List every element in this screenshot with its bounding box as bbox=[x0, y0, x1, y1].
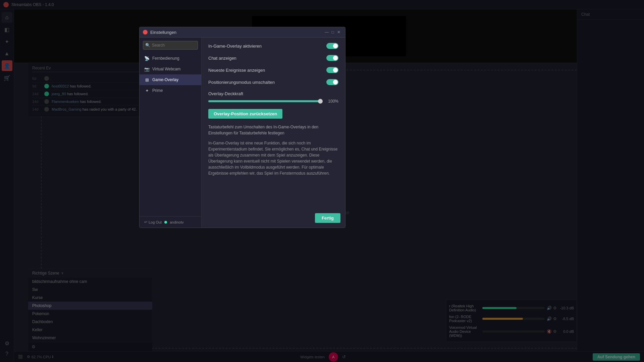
opacity-section: Overlay-Deckkraft 100% bbox=[208, 91, 338, 104]
toggle-label-1: Chat anzeigen bbox=[208, 56, 236, 61]
logout-label: Log Out bbox=[149, 220, 162, 224]
opacity-slider-value: 100% bbox=[325, 99, 338, 104]
fernbedienung-icon: 📡 bbox=[144, 56, 150, 61]
opacity-slider-track[interactable] bbox=[208, 100, 322, 102]
modal-overlay: Einstellungen — □ ✕ 🔍 📡 Fernbedienung bbox=[0, 0, 644, 362]
toggle-row-1: Chat anzeigen bbox=[208, 55, 338, 61]
toggle-recent-events[interactable] bbox=[326, 67, 338, 73]
settings-nav-prime[interactable]: ✦ Prime bbox=[140, 85, 201, 96]
settings-content: In-Game-Overlay aktivieren Chat anzeigen… bbox=[202, 38, 345, 228]
settings-modal: Einstellungen — □ ✕ 🔍 📡 Fernbedienung bbox=[139, 27, 345, 228]
prime-label: Prime bbox=[152, 88, 163, 93]
settings-description-text: In-Game-Overlay ist eine neue Funktion, … bbox=[208, 140, 338, 176]
username-label: andinotv bbox=[170, 220, 184, 224]
modal-minimize-button[interactable]: — bbox=[324, 29, 330, 35]
modal-body: 🔍 📡 Fernbedienung 📷 Virtual Webcam ⊞ Gam… bbox=[140, 38, 345, 228]
done-button[interactable]: Fertig bbox=[315, 213, 340, 223]
modal-close-button[interactable]: ✕ bbox=[336, 29, 342, 35]
modal-titlebar: Einstellungen — □ ✕ bbox=[140, 27, 345, 38]
toggle-row-3: Positionierungsmodus umschalten bbox=[208, 79, 338, 85]
gameoverlay-icon: ⊞ bbox=[144, 77, 150, 82]
opacity-slider-container: 100% bbox=[208, 99, 338, 104]
toggle-ingame-overlay[interactable] bbox=[326, 43, 338, 49]
settings-nav-gameoverlay[interactable]: ⊞ Game-Overlay bbox=[140, 74, 201, 85]
toggle-position-mode[interactable] bbox=[326, 79, 338, 85]
toggle-label-2: Neueste Ereignisse anzeigen bbox=[208, 68, 265, 73]
settings-nav-virtualwebcam[interactable]: 📷 Virtual Webcam bbox=[140, 64, 201, 74]
toggle-label-0: In-Game-Overlay aktivieren bbox=[208, 44, 262, 49]
toggle-label-3: Positionierungsmodus umschalten bbox=[208, 80, 275, 85]
logout-button[interactable]: ↩ Log Out bbox=[144, 220, 162, 224]
toggle-row-2: Neueste Ereignisse anzeigen bbox=[208, 67, 338, 73]
toggle-chat[interactable] bbox=[326, 55, 338, 61]
modal-logo bbox=[143, 30, 148, 35]
user-status-dot bbox=[164, 221, 167, 224]
toggle-row-0: In-Game-Overlay aktivieren bbox=[208, 43, 338, 49]
modal-maximize-button[interactable]: □ bbox=[330, 29, 336, 35]
modal-title: Einstellungen bbox=[150, 30, 324, 35]
search-box: 🔍 bbox=[143, 41, 198, 50]
opacity-slider-fill bbox=[208, 100, 322, 102]
search-icon: 🔍 bbox=[145, 43, 150, 48]
gameoverlay-label: Game-Overlay bbox=[152, 77, 178, 82]
fernbedienung-label: Fernbedienung bbox=[152, 56, 179, 61]
virtualwebcam-icon: 📷 bbox=[144, 66, 150, 72]
search-input[interactable] bbox=[143, 41, 198, 50]
virtualwebcam-label: Virtual Webcam bbox=[152, 67, 180, 71]
settings-footer: ↩ Log Out andinotv bbox=[140, 216, 201, 228]
overlay-reset-button[interactable]: Overlay-Position zurücksetzen bbox=[208, 109, 282, 119]
settings-sidebar: 🔍 📡 Fernbedienung 📷 Virtual Webcam ⊞ Gam… bbox=[140, 38, 202, 228]
keyboard-shortcut-text: Tastaturbefehl zum Umschalten des In-Gam… bbox=[208, 124, 338, 136]
prime-icon: ✦ bbox=[144, 88, 150, 93]
settings-nav-fernbedienung[interactable]: 📡 Fernbedienung bbox=[140, 53, 201, 64]
opacity-label: Overlay-Deckkraft bbox=[208, 91, 338, 96]
logout-icon: ↩ bbox=[144, 220, 147, 224]
opacity-slider-handle[interactable] bbox=[318, 99, 323, 104]
